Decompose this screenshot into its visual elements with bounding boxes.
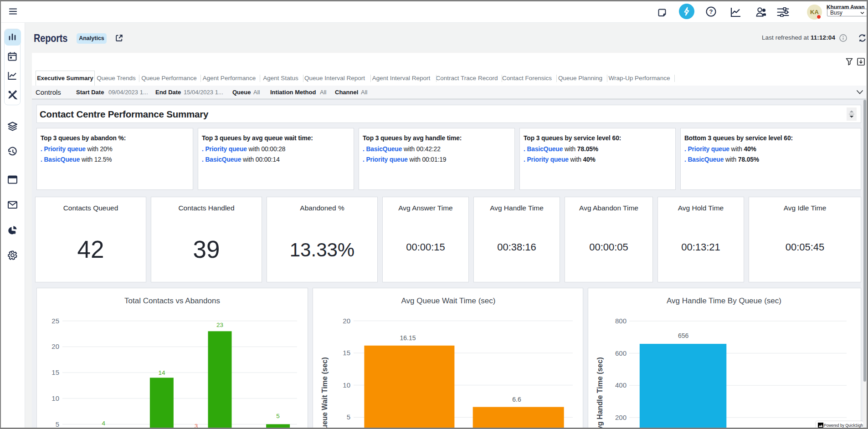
svg-text:Avg Handle Time (sec): Avg Handle Time (sec) [596,357,604,429]
svg-text:Avg Queue Wait Time (sec): Avg Queue Wait Time (sec) [321,357,329,429]
svg-text:400: 400 [615,381,627,389]
svg-text:5: 5 [276,413,280,419]
svg-text:4: 4 [102,420,106,427]
svg-text:656: 656 [678,332,689,339]
svg-text:600: 600 [615,349,627,357]
svg-text:?: ? [709,8,713,15]
svg-text:15: 15 [343,349,350,357]
svg-text:Total Contacts vs Abandons: Total Contacts vs Abandons [124,296,220,305]
svg-text:Avg Queue Wait Time (sec): Avg Queue Wait Time (sec) [401,296,496,305]
svg-text:20: 20 [51,342,59,350]
svg-text:200: 200 [615,414,627,421]
svg-text:10: 10 [51,394,59,402]
svg-text:15: 15 [51,368,59,376]
svg-text:5: 5 [347,413,350,421]
svg-text:10: 10 [343,381,350,389]
svg-text:Avg Handle Time By Queue (sec): Avg Handle Time By Queue (sec) [667,296,781,305]
svg-text:800: 800 [615,317,627,325]
svg-text:20: 20 [343,317,350,325]
svg-text:14: 14 [158,369,165,376]
svg-text:16.15: 16.15 [400,334,416,342]
svg-text:5: 5 [56,420,59,428]
svg-text:6.6: 6.6 [512,396,521,403]
svg-text:23: 23 [216,322,223,328]
svg-text:25: 25 [51,317,59,325]
